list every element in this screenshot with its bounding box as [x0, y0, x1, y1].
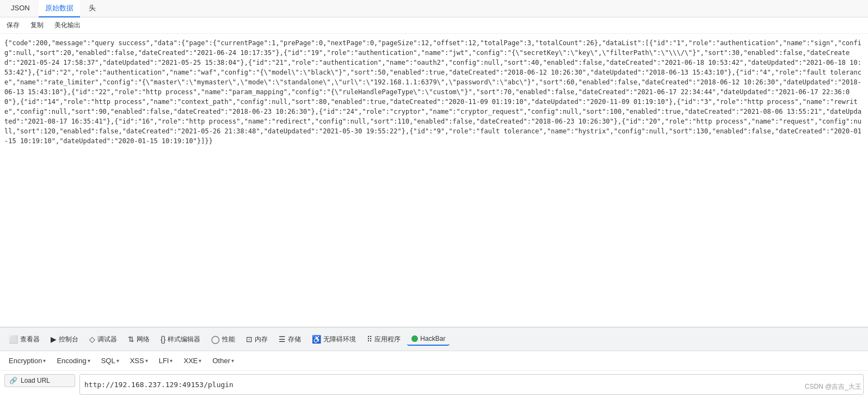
- application-icon: ⠿: [367, 335, 372, 344]
- lfi-arrow: ▾: [170, 358, 173, 364]
- xss-label: XSS: [130, 357, 144, 365]
- lfi-menu[interactable]: LFI ▾: [155, 354, 177, 367]
- other-menu[interactable]: Other ▾: [208, 354, 238, 367]
- performance-icon: ◯: [211, 335, 220, 344]
- sql-menu[interactable]: SQL ▾: [97, 354, 124, 367]
- encryption-label: Encryption: [9, 357, 42, 365]
- devtool-hackbar[interactable]: HackBar: [407, 333, 450, 346]
- devtool-network-label: 网络: [137, 335, 150, 344]
- devtool-accessibility[interactable]: ♿ 无障碍环境: [307, 333, 360, 346]
- devtool-accessibility-label: 无障碍环境: [323, 335, 356, 344]
- other-arrow: ▾: [231, 358, 234, 364]
- devtool-storage[interactable]: ☰ 存储: [274, 333, 305, 346]
- sql-arrow: ▾: [116, 358, 119, 364]
- devtool-storage-label: 存储: [288, 335, 301, 344]
- devtool-debugger-label: 调试器: [97, 335, 117, 344]
- accessibility-icon: ♿: [312, 335, 321, 344]
- devtools-bar: ⬜ 查看器 ▶ 控制台 ◇ 调试器 ⇅ 网络 {} 样式编辑器 ◯ 性能 ⊡ 内…: [0, 327, 868, 351]
- url-input[interactable]: [79, 374, 864, 395]
- encoding-menu[interactable]: Encoding ▾: [52, 354, 94, 367]
- save-button[interactable]: 保存: [4, 20, 22, 31]
- storage-icon: ☰: [279, 335, 286, 344]
- devtool-network[interactable]: ⇅ 网络: [124, 333, 154, 346]
- tab-raw[interactable]: 原始数据: [39, 0, 80, 17]
- sql-label: SQL: [101, 357, 115, 365]
- hackbar-dot-icon: [411, 335, 418, 342]
- encoding-label: Encoding: [57, 357, 86, 365]
- copy-button[interactable]: 复制: [28, 20, 46, 31]
- hackbar-left-buttons: 🔗 Load URL: [4, 374, 75, 395]
- devtool-application-label: 应用程序: [374, 335, 401, 344]
- load-url-icon: 🔗: [9, 377, 17, 384]
- devtool-hackbar-label: HackBar: [420, 335, 445, 342]
- tab-headers[interactable]: 头: [82, 0, 102, 17]
- devtool-inspector-label: 查看器: [20, 335, 40, 344]
- devtool-memory[interactable]: ⊡ 内存: [242, 333, 272, 346]
- tab-json[interactable]: JSON: [4, 1, 36, 16]
- xxe-label: XXE: [183, 357, 198, 365]
- devtool-application[interactable]: ⠿ 应用程序: [362, 333, 405, 346]
- beautify-button[interactable]: 美化输出: [52, 20, 83, 31]
- debugger-icon: ◇: [89, 335, 95, 344]
- devtool-performance-label: 性能: [222, 335, 235, 344]
- top-tab-bar: JSON 原始数据 头: [0, 0, 868, 17]
- encryption-arrow: ▾: [43, 358, 46, 364]
- encryption-menu[interactable]: Encryption ▾: [4, 354, 50, 367]
- toolbar: 保存 复制 美化输出: [0, 17, 868, 34]
- devtool-console-label: 控制台: [59, 335, 78, 344]
- load-url-button[interactable]: 🔗 Load URL: [4, 374, 75, 387]
- encoding-arrow: ▾: [88, 358, 90, 364]
- hackbar-section: Encryption ▾ Encoding ▾ SQL ▾ XSS ▾ LFI …: [0, 351, 868, 398]
- devtool-performance[interactable]: ◯ 性能: [207, 333, 239, 346]
- xxe-arrow: ▾: [199, 358, 201, 364]
- json-content-area: {"code":200,"message":"query success","d…: [0, 34, 868, 327]
- network-icon: ⇅: [128, 335, 134, 344]
- csdn-watermark: CSDN @吉吉_大王: [805, 382, 861, 391]
- other-label: Other: [212, 357, 230, 365]
- devtool-memory-label: 内存: [255, 335, 268, 344]
- xss-menu[interactable]: XSS ▾: [126, 354, 152, 367]
- xxe-menu[interactable]: XXE ▾: [179, 354, 206, 367]
- load-url-label: Load URL: [21, 377, 50, 384]
- style-editor-icon: {}: [161, 335, 165, 344]
- inspector-icon: ⬜: [9, 335, 18, 344]
- devtool-style-editor[interactable]: {} 样式编辑器: [156, 333, 205, 346]
- devtool-debugger[interactable]: ◇ 调试器: [85, 333, 121, 346]
- console-icon: ▶: [51, 335, 57, 344]
- memory-icon: ⊡: [246, 335, 253, 344]
- hackbar-url-row: 🔗 Load URL: [0, 371, 868, 398]
- devtool-console[interactable]: ▶ 控制台: [46, 333, 83, 346]
- xss-arrow: ▾: [145, 358, 148, 364]
- devtool-inspector[interactable]: ⬜ 查看器: [4, 333, 44, 346]
- hackbar-menu: Encryption ▾ Encoding ▾ SQL ▾ XSS ▾ LFI …: [0, 351, 868, 371]
- lfi-label: LFI: [159, 357, 169, 365]
- devtool-style-editor-label: 样式编辑器: [168, 335, 200, 344]
